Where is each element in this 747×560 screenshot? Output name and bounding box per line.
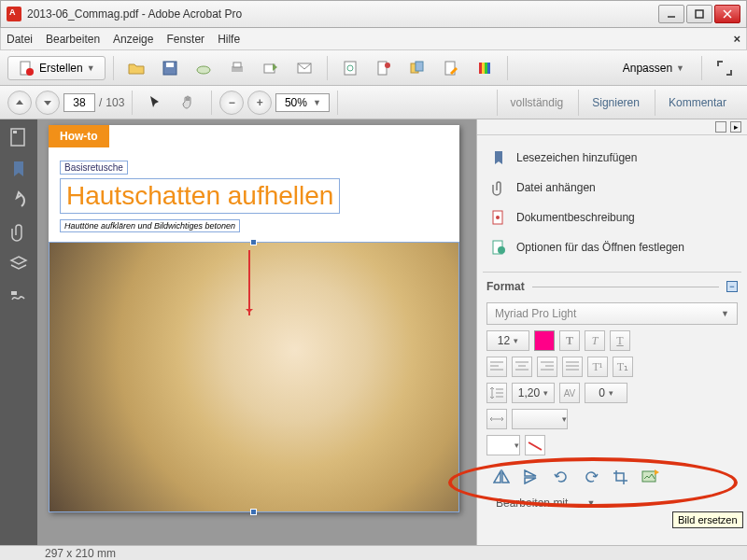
tooltip: Bild ersetzen <box>672 511 743 528</box>
resize-handle-bottom[interactable] <box>250 509 257 515</box>
doc-properties-item[interactable]: Dokumentbeschreibung <box>486 203 738 232</box>
bookmark-ribbon-icon <box>490 149 507 166</box>
rotate-ccw-button[interactable] <box>550 467 572 487</box>
fullscreen-button[interactable] <box>710 56 740 80</box>
chevron-down-icon: ▼ <box>676 63 684 73</box>
bookmark-icon[interactable] <box>8 159 29 179</box>
subscript-button[interactable]: T₁ <box>613 357 633 377</box>
paperclip-icon[interactable] <box>8 222 29 243</box>
create-button[interactable]: Erstellen ▼ <box>7 56 106 80</box>
superscript-button[interactable]: T¹ <box>587 357 608 377</box>
color-button[interactable] <box>470 56 500 80</box>
crop-button[interactable] <box>610 467 632 487</box>
combine-icon <box>409 60 426 77</box>
align-right-button[interactable] <box>537 357 557 377</box>
svg-rect-1 <box>696 10 703 18</box>
add-bookmark-item[interactable]: Lesezeichen hinzufügen <box>486 143 738 173</box>
font-family-select[interactable]: Myriad Pro Light ▼ <box>486 302 738 325</box>
tab-comment[interactable]: Kommentar <box>655 90 740 116</box>
horizontal-scale-field[interactable]: ▾ <box>512 409 568 429</box>
open-options-item[interactable]: Optionen für das Öffnen festlegen <box>486 232 738 262</box>
rotate-cw-button[interactable] <box>580 467 602 487</box>
page-dimensions: 297 x 210 mm <box>45 547 116 560</box>
panel-collapse-button[interactable]: ▸ <box>730 121 741 133</box>
text-color-swatch[interactable] <box>534 330 555 351</box>
selected-image[interactable] <box>49 242 459 512</box>
bold-button[interactable]: T <box>559 330 580 351</box>
svg-point-5 <box>26 68 34 76</box>
align-justify-button[interactable] <box>562 357 583 377</box>
char-spacing-field[interactable]: 0▾ <box>585 383 627 403</box>
edit-text-button[interactable] <box>436 56 466 80</box>
combine-button[interactable] <box>402 56 432 80</box>
document-close-x[interactable]: × <box>733 32 740 46</box>
italic-button[interactable]: T <box>585 330 605 351</box>
minimize-button[interactable] <box>658 5 684 23</box>
chevron-down-icon: ▼ <box>721 309 729 318</box>
export-button[interactable] <box>369 56 399 80</box>
headline-selection[interactable]: Hautschatten aufhellen <box>60 178 340 214</box>
font-size-field[interactable]: 12▾ <box>486 330 529 351</box>
menu-view[interactable]: Anzeige <box>113 33 153 46</box>
zoom-out-button[interactable]: − <box>219 91 244 115</box>
breadcrumb-selection[interactable]: Basisretusche <box>60 161 128 175</box>
print-button[interactable] <box>222 56 252 80</box>
fill-color-swatch[interactable]: ▾ <box>486 435 520 455</box>
rotate-cw-icon <box>583 469 599 484</box>
subhead-selection[interactable]: Hauttöne aufklären und Bildwichtiges bet… <box>60 219 240 232</box>
align-center-icon <box>515 361 529 372</box>
resize-handle-top[interactable] <box>250 239 257 245</box>
cloud-icon <box>195 60 212 77</box>
edit-text-icon <box>443 60 459 77</box>
document-pane[interactable]: How-to Basisretusche Hautschatten aufhel… <box>37 119 476 545</box>
char-spacing-label: AV <box>559 383 580 403</box>
menu-window[interactable]: Fenster <box>166 33 204 46</box>
tab-sign[interactable]: Signieren <box>578 90 653 116</box>
select-tool[interactable] <box>140 91 170 115</box>
flip-horizontal-button[interactable] <box>490 467 513 487</box>
floppy-icon <box>162 60 178 77</box>
zoom-field[interactable]: 50%▼ <box>275 93 330 112</box>
back-arrow-icon[interactable] <box>8 190 29 211</box>
ocr-button[interactable] <box>335 56 365 80</box>
chevron-down-icon: ▾ <box>514 336 518 345</box>
flip-vertical-button[interactable] <box>520 467 543 487</box>
email-button[interactable] <box>289 56 319 80</box>
next-page-button[interactable] <box>35 91 60 115</box>
align-left-button[interactable] <box>486 357 507 377</box>
collapse-icon[interactable]: − <box>726 281 738 292</box>
menu-help[interactable]: Hilfe <box>218 33 240 46</box>
underline-button[interactable]: T <box>610 330 630 351</box>
zoom-in-button[interactable]: + <box>247 91 272 115</box>
menu-file[interactable]: Datei <box>7 33 33 46</box>
customize-button[interactable]: Anpassen ▼ <box>613 56 694 80</box>
thumbnails-icon[interactable] <box>8 127 29 147</box>
cloud-button[interactable] <box>189 56 218 80</box>
close-button[interactable] <box>714 5 740 23</box>
svg-rect-10 <box>233 63 241 67</box>
attach-file-item[interactable]: Datei anhängen <box>486 173 738 203</box>
replace-image-button[interactable] <box>640 467 662 487</box>
save-button[interactable] <box>155 56 185 80</box>
svg-rect-18 <box>416 62 423 71</box>
tab-full[interactable]: vollständig <box>497 90 577 116</box>
menu-edit[interactable]: Bearbeiten <box>46 33 100 46</box>
share-button[interactable] <box>256 56 286 80</box>
page-number-input[interactable] <box>63 93 95 112</box>
prev-page-button[interactable] <box>7 91 32 115</box>
no-stroke-swatch[interactable] <box>525 435 545 455</box>
line-spacing-field[interactable]: 1,20▾ <box>512 383 555 403</box>
chevron-down-icon: ▾ <box>543 388 548 398</box>
chevron-down-icon: ▾ <box>562 414 567 424</box>
open-button[interactable] <box>121 56 151 80</box>
align-center-button[interactable] <box>512 357 532 377</box>
maximize-button[interactable] <box>686 5 712 23</box>
signatures-icon[interactable] <box>8 286 29 306</box>
separator <box>113 56 114 80</box>
svg-rect-7 <box>166 63 174 67</box>
hand-tool[interactable] <box>174 91 204 115</box>
format-section-header[interactable]: Format − <box>477 274 747 299</box>
panel-menu-button[interactable] <box>715 121 726 133</box>
layers-icon[interactable] <box>8 254 29 274</box>
edit-with-menu[interactable]: Bearbeiten mit... ▼ <box>486 493 738 513</box>
